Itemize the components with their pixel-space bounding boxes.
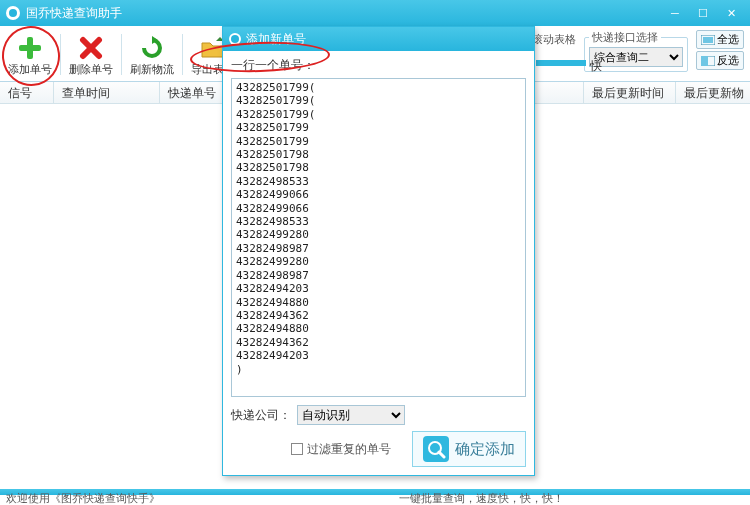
speed-bar	[536, 60, 586, 66]
footer-slogan: 一键批量查询，速度快，快，快！	[399, 491, 564, 505]
footer-welcome: 欢迎使用《图乔快递查询快手》	[6, 491, 399, 505]
speed-label: 快	[590, 58, 602, 75]
app-title: 国乔快递查询助手	[26, 5, 662, 22]
interface-group-title: 快递接口选择	[589, 30, 661, 45]
col-tracking-no[interactable]: 快递单号	[160, 82, 228, 103]
refresh-button[interactable]: 刷新物流	[126, 28, 178, 81]
confirm-add-label: 确定添加	[455, 440, 515, 459]
select-all-icon	[701, 35, 715, 45]
confirm-add-button[interactable]: 确定添加	[412, 431, 526, 467]
app-icon	[6, 6, 20, 20]
invert-select-label: 反选	[717, 53, 739, 68]
interface-select[interactable]: 综合查询二	[589, 47, 683, 67]
invert-icon	[701, 56, 715, 66]
x-icon	[77, 34, 105, 62]
plus-icon	[16, 34, 44, 62]
refresh-icon	[138, 34, 166, 62]
search-express-icon	[423, 436, 449, 462]
company-select[interactable]: 自动识别	[297, 405, 405, 425]
svg-line-11	[439, 452, 444, 457]
svg-rect-1	[19, 45, 41, 51]
refresh-label: 刷新物流	[130, 62, 174, 77]
tracking-numbers-input[interactable]	[231, 78, 526, 397]
delete-order-label: 删除单号	[69, 62, 113, 77]
company-label: 快递公司：	[231, 407, 291, 424]
dialog-titlebar[interactable]: 添加新单号	[223, 27, 534, 51]
maximize-button[interactable]: ☐	[690, 4, 716, 22]
dialog-title: 添加新单号	[246, 31, 306, 48]
invert-select-button[interactable]: 反选	[696, 51, 744, 70]
one-per-line-label: 一行一个单号：	[231, 57, 526, 74]
filter-duplicate-checkbox[interactable]: 过滤重复的单号	[291, 441, 391, 458]
titlebar: 国乔快递查询助手 ─ ☐ ✕	[0, 0, 750, 26]
minimize-button[interactable]: ─	[662, 4, 688, 22]
dialog-icon	[229, 33, 241, 45]
select-all-button[interactable]: 全选	[696, 30, 744, 49]
window-controls: ─ ☐ ✕	[662, 4, 744, 22]
add-order-button[interactable]: 添加单号	[4, 28, 56, 81]
select-all-label: 全选	[717, 32, 739, 47]
col-last-update[interactable]: 最后更新物	[676, 82, 750, 103]
col-query-time[interactable]: 查单时间	[54, 82, 160, 103]
add-order-label: 添加单号	[8, 62, 52, 77]
delete-order-button[interactable]: 删除单号	[65, 28, 117, 81]
checkbox-icon	[291, 443, 303, 455]
svg-rect-9	[701, 56, 708, 66]
footer: 欢迎使用《图乔快递查询快手》 一键批量查询，速度快，快，快！	[0, 491, 750, 505]
filter-duplicate-label: 过滤重复的单号	[307, 441, 391, 458]
add-order-dialog: 添加新单号 一行一个单号： 快递公司： 自动识别 过滤重复的单号 确定添加	[222, 26, 535, 476]
col-last-update-time[interactable]: 最后更新时间	[584, 82, 676, 103]
col-signal[interactable]: 信号	[0, 82, 54, 103]
close-button[interactable]: ✕	[718, 4, 744, 22]
svg-rect-7	[703, 37, 713, 43]
